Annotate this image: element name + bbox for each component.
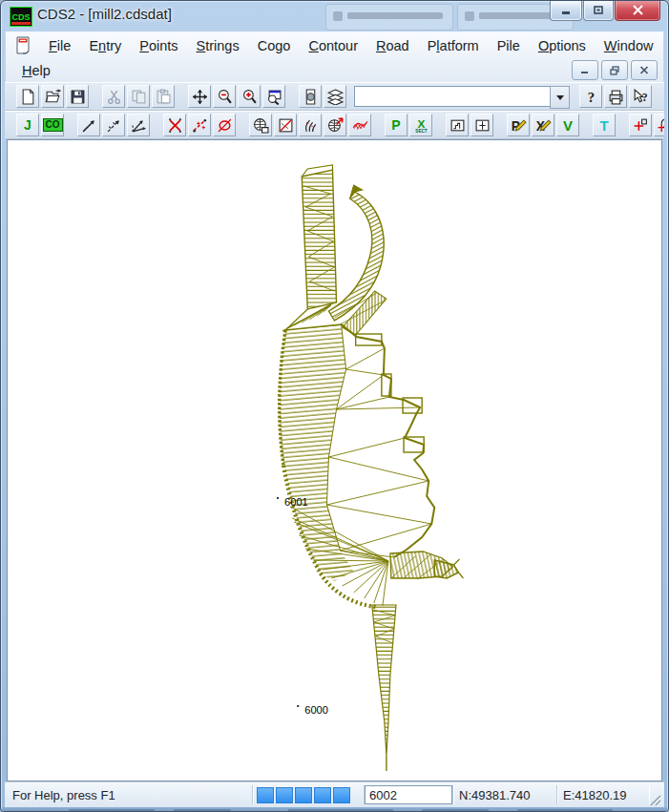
open-button[interactable] [41,85,64,108]
cross-section-button[interactable]: XSECT [409,114,432,136]
line-icon [81,117,97,134]
point-label-6001: 6001 [284,496,308,508]
close-icon [632,5,644,15]
title-bar[interactable]: CDS CDS2 - [mill2.cdsdat] [1,1,668,31]
line-button[interactable] [77,114,100,136]
resize-grip[interactable] [649,788,662,807]
zoom-out-button[interactable] [213,85,236,108]
app-logo-icon: CDS [10,7,32,27]
pan-icon [192,89,208,105]
status-bar: For Help, press F1 6002 N:49381.740 E:41… [5,781,664,807]
print-button[interactable] [604,85,627,108]
status-help-text: For Help, press F1 [7,785,253,804]
zoom-window-button[interactable] [262,85,285,108]
document-icon[interactable] [13,36,34,55]
breakline-icon [278,117,294,134]
add-point-icon [633,117,649,134]
triangulation-mesh [280,165,464,771]
string-combo-input[interactable] [354,86,550,107]
delete-string-button[interactable] [188,114,211,136]
menu-item-strings[interactable]: Strings [188,36,248,55]
paste-button[interactable] [152,85,175,108]
paste-icon [156,89,172,105]
delete-arc-icon [217,117,233,134]
mdi-minimize-button[interactable] [572,60,598,80]
profile-window-button[interactable] [446,114,469,136]
drawing-canvas[interactable]: 6001 6000 [7,139,662,781]
section-window-icon [474,117,491,134]
string-combobox[interactable] [354,86,570,107]
breakline-button[interactable] [274,114,297,136]
join-button[interactable]: J [16,114,39,136]
mdi-restore-icon [610,66,620,75]
combo-dropdown-button[interactable] [550,86,570,109]
cut-button[interactable] [102,85,125,108]
new-button[interactable] [16,85,39,108]
menu-item-file[interactable]: File [40,36,79,55]
menu-bar-row2: Help [6,58,663,82]
delete-points-icon [167,117,183,134]
save-icon [70,89,86,105]
svg-text:?: ? [641,91,647,103]
menu-item-window[interactable]: Window [596,36,662,55]
zoom-window-icon [266,89,282,105]
bearing-line-button[interactable] [102,114,125,136]
menu-item-road[interactable]: Road [367,36,418,55]
menu-item-entry[interactable]: Entry [80,36,130,55]
easting-readout: E:41820.19 [557,785,649,804]
layers-button[interactable] [324,85,346,108]
menu-item-contour[interactable]: Contour [300,36,366,55]
mesh-button[interactable] [348,114,371,136]
new-icon [20,89,36,105]
text-button[interactable]: T [593,114,616,136]
background-window-ghost [325,4,453,31]
menu-item-help[interactable]: Help [13,61,59,80]
context-help-icon: ? [633,89,649,105]
point-label-6000: 6000 [304,704,328,716]
bearing-line-icon [106,117,122,134]
menu-item-options[interactable]: Options [530,36,595,55]
menu-item-pile[interactable]: Pile [489,36,529,55]
menu-item-platform[interactable]: Platform [419,36,488,55]
volumes-button[interactable]: V [556,114,579,136]
help-button[interactable]: ? [579,85,602,108]
point-cloud-button[interactable] [654,114,664,136]
redraw-button[interactable] [299,85,322,108]
zoom-in-button[interactable] [238,85,261,108]
close-button[interactable] [615,0,660,21]
progress-block [276,787,293,803]
traverse-button[interactable] [127,114,150,136]
edit-point-button[interactable]: P [507,114,530,136]
mesh-icon [352,117,368,134]
menu-item-points[interactable]: Points [131,36,186,55]
point-number-field[interactable]: 6002 [365,785,452,804]
maximize-button[interactable] [583,0,614,21]
mdi-restore-button[interactable] [601,60,628,80]
mdi-close-icon [639,66,649,74]
contours-button[interactable] [299,114,322,136]
delete-points-button[interactable] [163,114,186,136]
plot-points-button[interactable]: P [385,114,408,136]
triangulate-button[interactable] [249,114,272,136]
minimize-button[interactable] [550,0,582,21]
copy-button[interactable] [127,85,150,108]
progress-bar [253,785,365,804]
mdi-close-button[interactable] [631,60,658,80]
contours-icon [303,117,319,134]
app-window: CDS CDS2 - [mill2.cdsdat] FileEntryPoint… [0,0,669,812]
text-icon: T [599,118,608,133]
globe-output-button[interactable] [324,114,346,136]
delete-arc-button[interactable] [213,114,236,136]
menu-item-cogo[interactable]: Cogo [249,36,300,55]
traverse-icon [131,117,147,134]
section-window-button[interactable] [470,114,493,136]
window-bottom-frame [2,807,667,812]
save-button[interactable] [66,85,89,108]
add-point-button[interactable] [629,114,652,136]
profile-window-icon [449,117,466,134]
pan-button[interactable] [188,85,211,108]
coords-button[interactable]: CO [41,114,64,136]
context-help-button[interactable]: ? [629,85,652,108]
help-icon: ? [583,89,599,105]
edit-section-button[interactable]: X [532,114,554,136]
